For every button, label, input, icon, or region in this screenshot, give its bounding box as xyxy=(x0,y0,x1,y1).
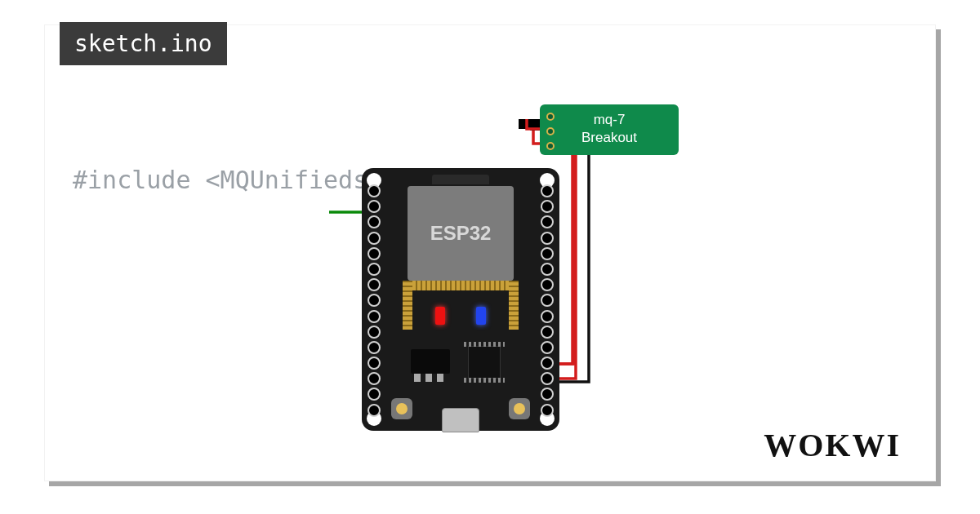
pin[interactable] xyxy=(368,215,381,228)
pin[interactable] xyxy=(541,232,554,245)
gold-contacts xyxy=(509,281,519,330)
breakout-pins xyxy=(546,113,555,150)
breakout-title: mq-7 xyxy=(540,111,679,129)
pin[interactable] xyxy=(368,278,381,291)
pin[interactable] xyxy=(541,372,554,385)
pin[interactable] xyxy=(541,184,554,197)
pin-header-right xyxy=(538,184,556,417)
pin[interactable] xyxy=(541,294,554,307)
esp32-shield: ESP32 xyxy=(408,186,514,281)
gold-contacts xyxy=(412,281,509,290)
status-led-icon xyxy=(476,307,486,325)
pin[interactable] xyxy=(541,357,554,370)
pin[interactable] xyxy=(541,263,554,276)
mq7-breakout-board[interactable]: mq-7 Breakout xyxy=(540,104,679,155)
voltage-regulator-icon xyxy=(411,349,450,374)
pin[interactable] xyxy=(541,388,554,401)
pin[interactable] xyxy=(368,388,381,401)
gold-contacts xyxy=(403,281,412,330)
breakout-pin[interactable] xyxy=(546,113,555,121)
filename-label: sketch.ino xyxy=(74,30,212,57)
pin[interactable] xyxy=(541,200,554,213)
pin[interactable] xyxy=(368,232,381,245)
chip-label: ESP32 xyxy=(430,222,492,245)
circuit-diagram[interactable]: ESP32 mq-7 Breakout xyxy=(329,119,705,445)
file-tab[interactable]: sketch.ino xyxy=(60,22,227,65)
pin[interactable] xyxy=(368,357,381,370)
pin[interactable] xyxy=(368,372,381,385)
pin-header-left xyxy=(365,184,383,417)
breakout-pin[interactable] xyxy=(546,127,555,135)
breakout-subtitle: Breakout xyxy=(540,129,679,147)
pin[interactable] xyxy=(368,184,381,197)
pin[interactable] xyxy=(368,341,381,354)
boot-button[interactable] xyxy=(391,398,412,419)
pin[interactable] xyxy=(368,310,381,323)
pin[interactable] xyxy=(368,294,381,307)
en-button[interactable] xyxy=(509,398,530,419)
pin[interactable] xyxy=(541,278,554,291)
pin[interactable] xyxy=(541,215,554,228)
pin[interactable] xyxy=(541,341,554,354)
pin[interactable] xyxy=(368,247,381,260)
pin[interactable] xyxy=(368,404,381,417)
pin[interactable] xyxy=(541,326,554,339)
wokwi-logo: WOKWI xyxy=(764,426,901,464)
esp32-board[interactable]: ESP32 xyxy=(362,168,559,431)
pin[interactable] xyxy=(541,404,554,417)
micro-usb-port-icon xyxy=(442,408,479,432)
pin[interactable] xyxy=(368,326,381,339)
pin[interactable] xyxy=(541,247,554,260)
power-led-icon xyxy=(435,307,445,325)
pin[interactable] xyxy=(368,200,381,213)
project-card: sketch.ino #include <MQUnifiedsensor.h> … xyxy=(44,24,936,481)
pin[interactable] xyxy=(368,263,381,276)
breakout-pin[interactable] xyxy=(546,142,555,150)
logo-text: WOKWI xyxy=(764,427,901,463)
pin[interactable] xyxy=(541,310,554,323)
usb-uart-chip-icon xyxy=(468,346,501,379)
